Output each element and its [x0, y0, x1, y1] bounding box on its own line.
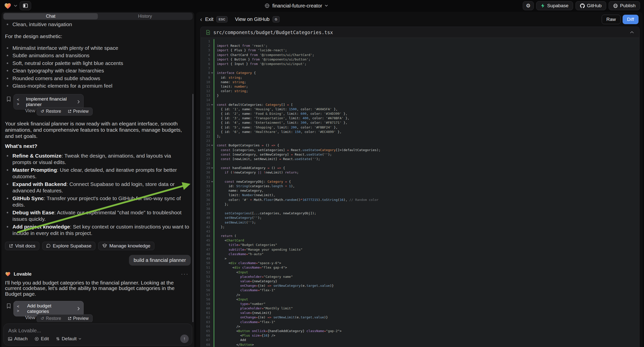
line-number: 66 — [201, 333, 214, 338]
line-number: 59 — [201, 302, 214, 306]
code-line: 7 — [201, 66, 639, 71]
restore-button[interactable]: ↺ Restore — [40, 316, 61, 321]
code-editor[interactable]: 1 2 import React from 'react'; 3 impor — [201, 38, 639, 347]
line-number: 65 — [201, 329, 214, 333]
restore-button[interactable]: ↺ Restore — [40, 109, 61, 114]
model-selector[interactable]: Default — [56, 336, 81, 342]
line-number: 5 — [201, 57, 214, 62]
code-line: 36 color: '#' + Math.floor(Math.random()… — [201, 198, 639, 202]
toggle-sidebar-button[interactable] — [20, 1, 31, 10]
esc-kbd-badge: ESC — [216, 16, 228, 22]
manage-knowledge-button[interactable]: Manage knowledge — [98, 242, 154, 250]
edit-card-implement-financial-planner[interactable]: < > Implement financial planner View cod… — [14, 94, 84, 110]
collapse-chevron-up-icon[interactable] — [630, 31, 634, 33]
line-number: 17 — [201, 112, 214, 116]
chat-panel: Chat History Clean, intuitive navigation… — [2, 12, 194, 347]
supabase-button[interactable]: Supabase — [536, 1, 573, 10]
preview-button[interactable]: Preview — [68, 316, 88, 321]
code-line: 52 <Input — [201, 270, 639, 274]
line-number: 16 — [201, 107, 214, 112]
tab-chat[interactable]: Chat — [4, 13, 98, 20]
list-item: Minimalist interface with plenty of whit… — [5, 45, 191, 52]
chevron-right-icon — [77, 307, 80, 311]
line-number: 32 — [201, 180, 214, 184]
card-actions-pill: ↺ Restore Preview — [36, 108, 92, 116]
fold-toggle-icon[interactable] — [211, 145, 213, 146]
preview-button[interactable]: Preview — [68, 109, 88, 114]
edit-card-row: < > Implement financial planner View cod… — [5, 94, 191, 110]
code-line: 3 import { Plus } from 'lucide-react'; — [201, 48, 639, 52]
chat-composer[interactable]: Ask Lovable... Attach Edit — [4, 324, 192, 346]
bookmark-icon[interactable] — [6, 96, 11, 102]
line-number: 33 — [201, 184, 214, 188]
raw-toggle-button[interactable]: Raw — [602, 15, 620, 24]
tab-history[interactable]: History — [98, 13, 192, 20]
fold-toggle-icon[interactable] — [211, 104, 213, 106]
back-chevron-icon[interactable]: ‹ — [200, 16, 202, 23]
line-number: 58 — [201, 297, 214, 302]
logo-chevron-down-icon[interactable] — [14, 5, 17, 7]
bullet-dot — [7, 24, 8, 25]
code-line: 43 — [201, 229, 639, 234]
line-number: 36 — [201, 198, 214, 202]
list-item: GitHub Sync: Transfer your project's cod… — [5, 195, 191, 208]
more-options-icon[interactable]: ··· — [181, 271, 189, 277]
bullet-dot — [7, 47, 8, 49]
chat-scroll-area: Clean, intuitive navigation For the desi… — [2, 20, 194, 322]
chevron-down-icon — [79, 338, 81, 340]
code-line: 2 import React from 'react'; — [201, 44, 639, 48]
code-line: 18 { id: '3', name: 'Transportation', li… — [201, 116, 639, 120]
g-kbd-badge: G — [272, 16, 280, 22]
bookmark-icon[interactable] — [6, 303, 11, 309]
edit-mode-button[interactable]: Edit — [34, 336, 49, 342]
code-line: 67 Add — [201, 338, 639, 342]
code-line: 68 </Button> — [201, 342, 639, 347]
project-switcher[interactable]: financial-future-creator — [264, 0, 328, 12]
bullet-dot — [7, 55, 8, 56]
chevron-right-icon — [77, 100, 80, 104]
github-button[interactable]: GitHub — [576, 1, 606, 10]
external-link-icon — [68, 317, 72, 320]
composer-input[interactable]: Ask Lovable... — [8, 328, 188, 334]
code-line: 46 title="Budget Categories" — [201, 243, 639, 247]
fold-toggle-icon[interactable] — [211, 72, 213, 74]
code-line: 4 import ChartCard from '@/components/ui… — [201, 53, 639, 57]
line-number: 43 — [201, 229, 214, 234]
target-icon — [34, 337, 39, 341]
code-line: 30 if (!newCategory || !newLimit) return… — [201, 170, 639, 175]
line-number: 20 — [201, 125, 214, 130]
design-heading: For the design aesthetic: — [5, 33, 191, 39]
publish-button[interactable]: Publish — [609, 1, 640, 10]
project-name: financial-future-creator — [272, 3, 322, 9]
attach-button[interactable]: Attach — [8, 336, 28, 342]
whats-next-list: Refine & Customize: Tweak the design, an… — [5, 152, 191, 237]
assistant-paragraph: Your sleek financial planner is now read… — [5, 120, 191, 139]
code-line: 1 — [201, 39, 639, 44]
line-number: 45 — [201, 238, 214, 243]
line-number: 39 — [201, 211, 214, 216]
code-line: 53 placeholder="Category name" — [201, 274, 639, 279]
view-on-github-button[interactable]: View on GitHub — [235, 16, 270, 22]
diff-toggle-button[interactable]: Diff — [622, 15, 638, 24]
code-line: 37 }; — [201, 202, 639, 206]
bullet-dot — [7, 70, 8, 72]
assistant-paragraph: I'll help you add budget categories to t… — [5, 280, 191, 297]
visit-docs-button[interactable]: Visit docs — [5, 242, 39, 250]
file-header[interactable]: src/components/budget/BudgetCategories.t… — [201, 27, 639, 38]
lovable-logo-heart-icon[interactable] — [4, 2, 12, 9]
exit-button[interactable]: Exit — [205, 16, 213, 22]
settings-button[interactable]: ⚙ — [523, 1, 534, 10]
bullet-dot — [7, 85, 8, 87]
edit-card-add-budget-categories[interactable]: < > Add budget categories View code — [14, 301, 84, 316]
edit-card-title: Implement financial planner — [26, 96, 74, 107]
assistant-header: Lovable ··· — [5, 271, 191, 277]
fold-toggle-icon[interactable] — [211, 168, 213, 169]
explore-supabase-button[interactable]: Explore Supabase — [42, 242, 95, 250]
send-button[interactable]: ↑ — [180, 334, 189, 343]
chat-scrollbar[interactable] — [192, 94, 194, 322]
line-number: 61 — [201, 311, 214, 315]
fold-toggle-icon[interactable] — [211, 181, 213, 182]
code-line: 38 — [201, 206, 639, 211]
composer-toolbar: Attach Edit Default — [8, 334, 189, 343]
list-item: Refine & Customize: Tweak the design, an… — [5, 152, 191, 166]
